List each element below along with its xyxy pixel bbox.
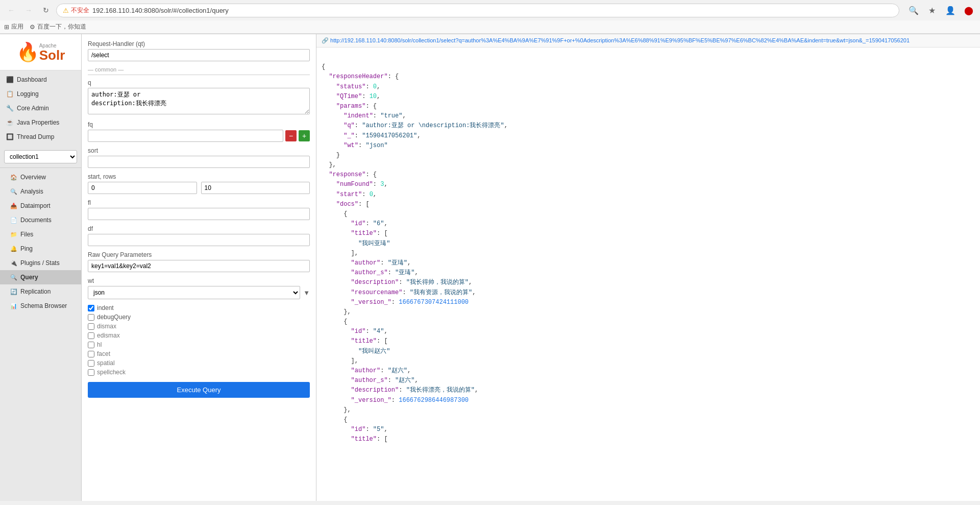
documents-icon xyxy=(10,217,17,224)
raw-params-label: Raw Query Parameters xyxy=(88,251,310,258)
wt-label: wt xyxy=(88,277,310,284)
json-doc3-id-val: "5" xyxy=(373,426,384,433)
collection-select[interactable]: collection1 xyxy=(4,150,77,163)
link-icon: 🔗 xyxy=(322,37,329,43)
start-input[interactable] xyxy=(88,182,197,194)
facet-row: facet xyxy=(88,350,310,357)
dismax-checkbox[interactable] xyxy=(88,323,94,330)
solr-text: Solr xyxy=(39,49,65,62)
collection-select-wrap: collection1 xyxy=(0,146,81,167)
sidebar-item-logging[interactable]: Logging xyxy=(0,87,81,101)
baidu-bookmark[interactable]: ⚙ 百度一下，你知道 xyxy=(30,22,86,31)
sidebar-item-dataimport[interactable]: Dataimport xyxy=(0,199,81,213)
ping-label: Ping xyxy=(20,245,33,252)
query-panel: Request-Handler (qt) — common — q author… xyxy=(82,34,316,501)
sidebar-logo: 🔥 Apache Solr xyxy=(0,34,81,70)
sidebar-nav-top: Dashboard Logging Core Admin Java Proper… xyxy=(0,70,81,146)
schema-icon xyxy=(10,302,17,309)
raw-params-input[interactable] xyxy=(88,260,310,272)
execute-query-button[interactable]: Execute Query xyxy=(88,382,310,398)
indent-checkbox[interactable] xyxy=(88,305,94,311)
reload-button[interactable]: ↻ xyxy=(39,3,53,17)
menu-btn[interactable]: ⬤ xyxy=(962,3,976,17)
json-doc2-author-s-key: "author_s" xyxy=(351,377,388,384)
json-doc1-version-link[interactable]: 1666767307424111000 xyxy=(399,299,469,306)
profile-btn[interactable]: 👤 xyxy=(943,3,958,17)
java-icon xyxy=(6,119,14,126)
forward-button[interactable]: → xyxy=(21,3,36,17)
hl-row: hl xyxy=(88,341,310,348)
facet-label: facet xyxy=(97,350,110,357)
results-url-text: http://192.168.110.140:8080/solr/collect… xyxy=(330,37,910,43)
json-doc2-author-key: "author" xyxy=(351,367,381,374)
json-key-qtime: "QTime" xyxy=(336,93,362,100)
sidebar-item-documents[interactable]: Documents xyxy=(0,213,81,227)
fq-input[interactable] xyxy=(88,130,283,142)
apps-bookmark[interactable]: ⊞ 应用 xyxy=(4,22,23,31)
sidebar-item-overview[interactable]: Overview xyxy=(0,170,81,184)
sidebar-item-replication[interactable]: Replication xyxy=(0,284,81,299)
debug-query-checkbox[interactable] xyxy=(88,314,94,321)
results-url-bar: 🔗 http://192.168.110.140:8080/solr/colle… xyxy=(316,34,980,47)
search-icon-btn[interactable]: 🔍 xyxy=(906,3,921,17)
dashboard-icon xyxy=(6,76,14,83)
overview-label: Overview xyxy=(20,174,46,181)
bookmark-star-btn[interactable]: ★ xyxy=(925,3,939,17)
json-key-numFound: "numFound" xyxy=(336,181,373,188)
fq-plus-button[interactable]: + xyxy=(299,130,310,141)
json-val-start: 0 xyxy=(370,191,373,198)
json-doc2-version-key: "_version_" xyxy=(351,397,391,404)
security-icon: ⚠ xyxy=(63,7,69,14)
raw-params-group: Raw Query Parameters xyxy=(88,251,310,272)
sidebar-item-thread-dump[interactable]: Thread Dump xyxy=(0,130,81,144)
json-doc1-author-key: "author" xyxy=(351,259,381,267)
json-val-status: 0 xyxy=(373,83,377,90)
sidebar-item-schema-browser[interactable]: Schema Browser xyxy=(0,299,81,313)
spatial-checkbox[interactable] xyxy=(88,360,94,367)
sidebar-item-core-admin[interactable]: Core Admin xyxy=(0,101,81,115)
fl-input[interactable] xyxy=(88,208,310,220)
sidebar-item-files[interactable]: Files xyxy=(0,227,81,242)
rows-input[interactable] xyxy=(201,182,310,194)
spatial-label: spatial xyxy=(97,359,115,367)
json-doc3-id-key: "id" xyxy=(351,426,366,433)
edismax-label: edismax xyxy=(97,332,120,339)
sidebar-item-query[interactable]: Query xyxy=(0,270,81,284)
files-icon xyxy=(10,231,17,238)
solr-flame-icon: 🔥 xyxy=(16,41,39,63)
q-textarea[interactable]: author:亚瑟 or description:我长得漂亮 xyxy=(88,88,310,114)
json-brace-open: { xyxy=(322,63,325,70)
json-key-response: "response" xyxy=(329,171,365,178)
wt-select[interactable]: json xml csv python ruby php xyxy=(88,286,300,299)
json-doc2-description-key: "description" xyxy=(351,387,399,394)
json-doc2-version-link[interactable]: 1666762986446987300 xyxy=(399,397,469,404)
json-doc2-description-val: "我长得漂亮，我说的算" xyxy=(406,387,475,394)
json-key-indent: "indent" xyxy=(344,112,373,119)
sort-input[interactable] xyxy=(88,156,310,168)
json-doc1-description-val: "我长得帅，我说的算" xyxy=(406,279,469,286)
sidebar-item-java-properties[interactable]: Java Properties xyxy=(0,115,81,130)
hl-checkbox[interactable] xyxy=(88,342,94,348)
settings-icon: ⚙ xyxy=(30,23,35,31)
facet-checkbox[interactable] xyxy=(88,351,94,357)
fq-minus-button[interactable]: − xyxy=(285,130,297,141)
sidebar-item-analysis[interactable]: Analysis xyxy=(0,184,81,199)
sidebar-item-plugins-stats[interactable]: Plugins / Stats xyxy=(0,256,81,270)
address-text: 192.168.110.140:8080/solr/#/collection1/… xyxy=(92,7,893,14)
back-button[interactable]: ← xyxy=(4,3,18,17)
handler-input[interactable] xyxy=(88,49,310,61)
wt-group: wt json xml csv python ruby php ▼ xyxy=(88,277,310,299)
address-bar[interactable]: ⚠ 不安全 192.168.110.140:8080/solr/#/collec… xyxy=(56,4,899,17)
json-val-underscore: "1590417056201" xyxy=(362,132,417,139)
start-rows-group: start, rows xyxy=(88,173,310,194)
json-val-qtime: 10 xyxy=(370,93,377,100)
sidebar-item-dashboard[interactable]: Dashboard xyxy=(0,73,81,87)
edismax-checkbox[interactable] xyxy=(88,332,94,339)
df-input[interactable] xyxy=(88,234,310,246)
json-key-underscore: "_" xyxy=(344,132,355,139)
browser-chrome: ← → ↻ ⚠ 不安全 192.168.110.140:8080/solr/#/… xyxy=(0,0,980,34)
json-doc1-description-key: "description" xyxy=(351,279,399,286)
sidebar-item-ping[interactable]: Ping xyxy=(0,242,81,256)
spellcheck-checkbox[interactable] xyxy=(88,369,94,376)
grid-icon: ⊞ xyxy=(4,23,9,31)
